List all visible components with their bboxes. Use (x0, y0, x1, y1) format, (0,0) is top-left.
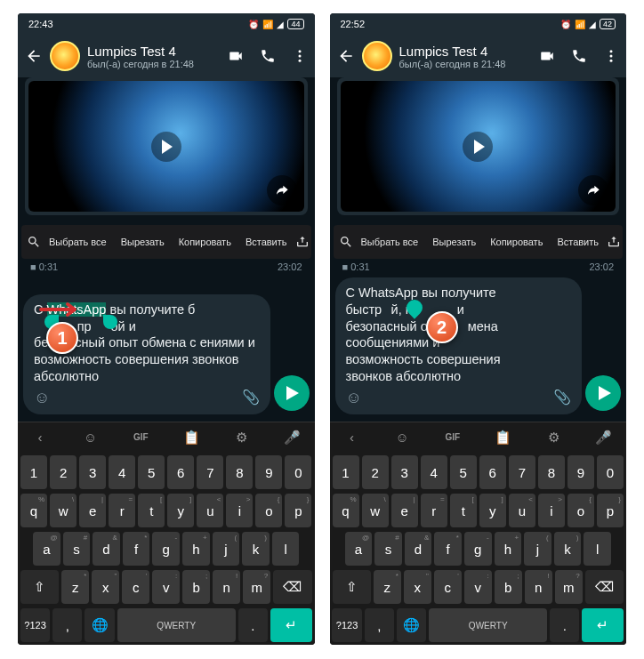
key-1[interactable]: 1 (333, 455, 359, 489)
key-u[interactable]: u< (197, 494, 223, 527)
key-1[interactable]: 1 (20, 455, 47, 489)
key-y[interactable]: y] (167, 494, 194, 527)
kb-collapse-icon[interactable]: ‹ (342, 430, 362, 445)
key-backspace[interactable]: ⌫ (273, 570, 311, 604)
kb-gif-icon[interactable]: GIF (443, 432, 463, 442)
key-enter[interactable]: ↵ (582, 608, 624, 642)
key-j[interactable]: j( (213, 532, 240, 566)
key-m[interactable]: m? (243, 570, 270, 604)
selection-handle-right[interactable] (103, 315, 117, 329)
kb-settings-icon[interactable]: ⚙ (543, 430, 563, 446)
video-call-icon[interactable] (539, 48, 555, 64)
key-w[interactable]: w\ (50, 494, 76, 527)
attach-icon[interactable]: 📎 (553, 389, 571, 407)
key-d[interactable]: d& (93, 532, 120, 566)
key-5[interactable]: 5 (138, 455, 165, 489)
kb-clipboard-icon[interactable]: 📋 (181, 430, 201, 446)
key-0[interactable]: 0 (285, 455, 311, 489)
key-p[interactable]: p} (285, 494, 311, 527)
more-icon[interactable] (603, 48, 619, 64)
ctx-select-all[interactable]: Выбрать все (43, 237, 113, 247)
key-shift[interactable]: ⇧ (333, 570, 371, 604)
forward-button[interactable] (578, 175, 608, 205)
play-button[interactable] (463, 132, 493, 162)
ctx-select-all[interactable]: Выбрать все (355, 237, 425, 247)
key-s[interactable]: s# (374, 532, 402, 566)
key-4[interactable]: 4 (109, 455, 135, 489)
key-a[interactable]: a@ (33, 532, 60, 566)
key-z[interactable]: z* (374, 570, 401, 604)
key-i[interactable]: i> (226, 494, 253, 527)
key-r[interactable]: r= (421, 494, 447, 527)
key-o[interactable]: o{ (568, 494, 594, 527)
key-c[interactable]: c' (434, 570, 462, 604)
key-d[interactable]: d& (405, 532, 432, 566)
voice-call-icon[interactable] (260, 48, 276, 64)
key-u[interactable]: u< (509, 494, 535, 527)
key-space[interactable]: QWERTY (117, 608, 236, 642)
key-0[interactable]: 0 (597, 455, 624, 489)
key-symbols[interactable]: ?123 (332, 608, 361, 642)
key-comma[interactable]: , (52, 608, 82, 642)
kb-sticker-icon[interactable]: ☺ (392, 430, 412, 445)
more-icon[interactable] (292, 48, 308, 64)
key-a[interactable]: a@ (345, 532, 373, 566)
key-i[interactable]: i> (538, 494, 565, 527)
video-call-icon[interactable] (228, 48, 244, 64)
kb-sticker-icon[interactable]: ☺ (81, 430, 101, 445)
key-b[interactable]: b; (495, 570, 522, 604)
video-message[interactable] (25, 77, 308, 215)
share-icon[interactable] (607, 235, 621, 249)
key-period[interactable]: . (550, 608, 579, 642)
key-l[interactable]: l (584, 532, 611, 566)
contact-info[interactable]: Lumpics Test 4 был(-а) сегодня в 21:48 (399, 44, 533, 69)
key-2[interactable]: 2 (362, 455, 389, 489)
key-r[interactable]: r= (109, 494, 135, 527)
key-9[interactable]: 9 (255, 455, 282, 489)
key-o[interactable]: o{ (255, 494, 282, 527)
key-n[interactable]: n! (213, 570, 240, 604)
key-z[interactable]: z* (61, 570, 89, 604)
emoji-icon[interactable]: ☺ (346, 389, 362, 407)
back-button[interactable] (25, 47, 43, 65)
ctx-copy[interactable]: Копировать (173, 237, 237, 247)
key-j[interactable]: j( (524, 532, 551, 566)
voice-call-icon[interactable] (571, 48, 587, 64)
key-g[interactable]: g- (152, 532, 180, 566)
key-q[interactable]: q% (333, 494, 359, 527)
emoji-icon[interactable]: ☺ (34, 389, 50, 407)
key-g[interactable]: g- (464, 532, 492, 566)
key-f[interactable]: f* (123, 532, 150, 566)
search-icon[interactable] (339, 235, 353, 249)
ctx-paste[interactable]: Вставить (551, 237, 605, 247)
key-t[interactable]: t[ (138, 494, 165, 527)
kb-voice-icon[interactable]: 🎤 (594, 430, 614, 446)
attach-icon[interactable]: 📎 (242, 389, 260, 407)
key-5[interactable]: 5 (450, 455, 477, 489)
key-7[interactable]: 7 (197, 455, 223, 489)
key-s[interactable]: s# (63, 532, 91, 566)
key-m[interactable]: m? (555, 570, 583, 604)
key-enter[interactable]: ↵ (270, 608, 312, 642)
play-button[interactable] (151, 132, 181, 162)
key-c[interactable]: c' (122, 570, 149, 604)
key-comma[interactable]: , (365, 608, 394, 642)
key-6[interactable]: 6 (479, 455, 506, 489)
key-8[interactable]: 8 (226, 455, 253, 489)
kb-clipboard-icon[interactable]: 📋 (494, 430, 513, 446)
key-k[interactable]: k) (554, 532, 582, 566)
key-e[interactable]: e| (391, 494, 418, 527)
contact-avatar[interactable] (362, 41, 392, 71)
key-v[interactable]: v: (152, 570, 180, 604)
ctx-cut[interactable]: Вырезать (115, 237, 171, 247)
key-backspace[interactable]: ⌫ (585, 570, 624, 604)
key-e[interactable]: e| (79, 494, 106, 527)
key-q[interactable]: q% (20, 494, 47, 527)
kb-voice-icon[interactable]: 🎤 (282, 430, 302, 446)
video-message[interactable] (337, 77, 620, 215)
input-text[interactable]: С WhatsApp вы получите быстрый, простой … (346, 285, 572, 385)
key-t[interactable]: t[ (450, 494, 477, 527)
key-9[interactable]: 9 (568, 455, 594, 489)
keyboard[interactable]: 1234567890q%w\e|r=t[y]u<i>o{p}a@s#d&f*g-… (330, 452, 627, 645)
kb-collapse-icon[interactable]: ‹ (30, 430, 50, 445)
